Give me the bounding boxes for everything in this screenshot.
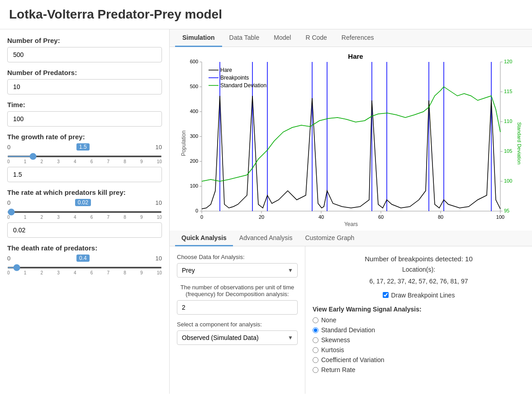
ews-sd-radio[interactable]	[313, 327, 318, 333]
svg-text:120: 120	[504, 59, 512, 64]
prey-input[interactable]	[7, 47, 162, 62]
time-label: Time:	[7, 101, 162, 108]
svg-text:105: 105	[504, 148, 512, 154]
predators-input[interactable]	[7, 79, 162, 94]
ews-none-row: None	[313, 316, 525, 324]
component-group: Select a component for analysis: Observe…	[177, 321, 298, 345]
predators-label: Number of Predators:	[7, 69, 162, 76]
sd-line	[202, 87, 500, 181]
page-title: Lotka-Volterra Predator-Prey model	[0, 0, 532, 29]
svg-text:Standard Deviation: Standard Deviation	[220, 82, 266, 89]
svg-text:Breakpoints: Breakpoints	[220, 75, 249, 81]
ews-kurtosis-row: Kurtosis	[313, 346, 525, 354]
svg-text:100: 100	[504, 178, 512, 184]
tab-data-table[interactable]: Data Table	[222, 29, 267, 47]
right-y-axis: 95 100 105 110 115 120	[500, 59, 512, 213]
death-badge: 0.4	[76, 255, 90, 262]
ews-rr-label: Return Rate	[321, 366, 355, 373]
choose-data-label: Choose Data for Analysis:	[177, 254, 298, 260]
breakpoints-title: Number of breakpoints detected: 10	[313, 254, 525, 264]
kill-badge: 0.02	[75, 199, 91, 206]
hare-line	[202, 96, 500, 209]
svg-text:100: 100	[190, 183, 198, 189]
breakpoints-values: 6, 17, 22, 37, 42, 57, 62, 76, 81, 97	[313, 276, 525, 286]
kill-slider[interactable]	[7, 211, 162, 213]
analysis-panel: Choose Data for Analysis: Prey Predator …	[170, 246, 532, 394]
svg-text:110: 110	[504, 118, 512, 124]
prey-select-wrapper: Prey Predator ▼	[177, 263, 298, 278]
prey-label: Number of Prey:	[7, 37, 162, 44]
svg-text:500: 500	[190, 84, 198, 89]
content-area: Simulation Data Table Model R Code Refer…	[170, 29, 532, 394]
ews-rr-radio[interactable]	[313, 367, 318, 373]
svg-text:20: 20	[258, 214, 264, 220]
tab-model[interactable]: Model	[266, 29, 298, 47]
x-axis: 0 20 40 60 80 100 Years	[200, 211, 504, 227]
svg-text:200: 200	[190, 158, 198, 164]
freq-group: The number of observations per unit of t…	[177, 284, 298, 315]
growth-value-input[interactable]	[7, 167, 162, 182]
death-label: The death rate of predators:	[7, 244, 162, 252]
growth-min: 0	[7, 144, 10, 151]
ews-cv-row: Coefficient of Variation	[313, 356, 525, 363]
tab-customize-graph[interactable]: Customize Graph	[299, 231, 361, 246]
ews-sd-label: Standard Deviation	[321, 326, 375, 334]
tab-references[interactable]: References	[334, 29, 381, 47]
svg-text:400: 400	[190, 108, 198, 114]
freq-label: The number of observations per unit of t…	[177, 284, 298, 297]
component-select[interactable]: Observed (Simulated Data) Trend Seasonal…	[177, 330, 298, 345]
svg-text:600: 600	[190, 59, 198, 64]
ews-rr-row: Return Rate	[313, 366, 525, 373]
x-axis-label: Years	[344, 221, 357, 227]
breakpoints-box: Number of breakpoints detected: 10 Locat…	[313, 254, 525, 300]
ews-cv-label: Coefficient of Variation	[321, 356, 385, 363]
tab-simulation[interactable]: Simulation	[175, 29, 222, 47]
death-slider[interactable]	[7, 267, 162, 269]
ews-none-radio[interactable]	[313, 317, 318, 323]
left-y-axis: 0 100 200 300 400 500 600	[190, 59, 201, 213]
freq-input[interactable]	[177, 300, 298, 315]
svg-text:100: 100	[496, 214, 504, 220]
death-slider-container: 0 0.4 10 01234678910	[7, 255, 162, 275]
ews-section: View Early Warning Signal Analysis: None…	[313, 306, 525, 373]
death-min: 0	[7, 255, 10, 262]
chart-area: Hare Population Standard Deviation 0 20 …	[170, 47, 532, 231]
hare-chart: Hare Population Standard Deviation 0 20 …	[179, 51, 523, 227]
death-max: 10	[156, 255, 162, 262]
svg-text:95: 95	[504, 208, 509, 213]
ews-none-label: None	[321, 316, 336, 324]
breakpoints-subtitle: Location(s):	[313, 264, 525, 274]
sidebar: Number of Prey: Number of Predators: Tim…	[0, 29, 170, 394]
kill-max: 10	[156, 199, 162, 206]
svg-text:115: 115	[504, 89, 512, 94]
ews-skewness-radio[interactable]	[313, 337, 318, 343]
svg-text:80: 80	[437, 214, 443, 220]
svg-text:60: 60	[378, 214, 383, 220]
ews-kurtosis-radio[interactable]	[313, 347, 318, 353]
kill-value-input[interactable]	[7, 222, 162, 238]
tab-r-code[interactable]: R Code	[298, 29, 334, 47]
time-input[interactable]	[7, 111, 162, 127]
prey-select[interactable]: Prey Predator	[177, 263, 298, 278]
svg-text:40: 40	[318, 214, 323, 220]
draw-breakpoints-checkbox[interactable]	[383, 292, 389, 298]
ews-cv-radio[interactable]	[313, 357, 318, 363]
y2-axis-label: Standard Deviation	[517, 122, 522, 165]
analysis-controls: Choose Data for Analysis: Prey Predator …	[170, 246, 305, 394]
component-label: Select a component for analysis:	[177, 321, 298, 328]
ews-sd-row: Standard Deviation	[313, 326, 525, 334]
ews-title: View Early Warning Signal Analysis:	[313, 306, 525, 313]
growth-slider[interactable]	[7, 156, 162, 157]
svg-text:0: 0	[195, 208, 198, 213]
kill-label: The rate at which predators kill prey:	[7, 189, 162, 196]
choose-data-group: Choose Data for Analysis: Prey Predator …	[177, 254, 298, 278]
component-select-wrapper: Observed (Simulated Data) Trend Seasonal…	[177, 330, 298, 345]
kill-slider-container: 0 0.02 10 01234678910	[7, 199, 162, 220]
chart-title: Hare	[348, 52, 363, 60]
tab-quick-analysis[interactable]: Quick Analysis	[175, 231, 233, 246]
ews-skewness-label: Skewness	[321, 336, 350, 344]
tab-advanced-analysis[interactable]: Advanced Analysis	[233, 231, 299, 246]
chart-legend: Hare Breakpoints Standard Deviation	[209, 67, 266, 89]
svg-text:Hare: Hare	[220, 67, 232, 73]
analysis-tab-bar: Quick Analysis Advanced Analysis Customi…	[170, 231, 532, 246]
